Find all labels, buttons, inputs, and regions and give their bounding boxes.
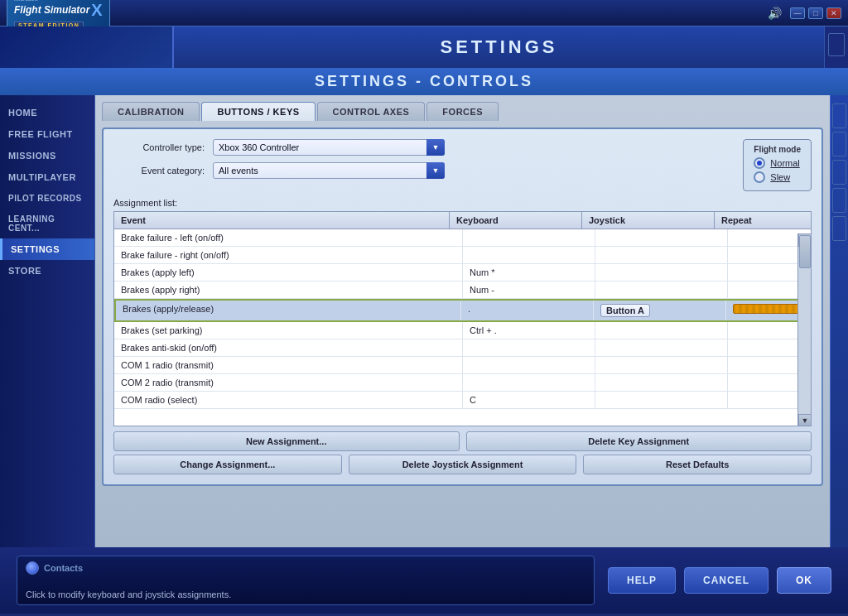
button-row-1: New Assignment... Delete Key Assignment [113,431,812,451]
right-side-decoration [830,95,848,547]
event-category-select[interactable]: All events [213,162,445,179]
cell-event: Brakes (apply/release) [116,301,461,320]
table-row[interactable]: COM 1 radio (transmit) [114,357,811,374]
table-row[interactable]: Brakes anti-skid (on/off) [114,339,811,357]
main-content: CALIBRATION BUTTONS / KEYS CONTROL AXES … [95,95,830,547]
bottom-bar: Contacts Click to modify keyboard and jo… [0,547,848,614]
cell-joystick [595,247,728,263]
right-side-buttons [824,26,848,68]
cell-event: Brakes (apply left) [114,264,463,281]
title-bar-controls: 🔊 — □ ✕ [768,7,841,20]
cell-event: COM radio (select) [114,392,463,408]
bottom-action-buttons: HELP CANCEL OK [608,567,831,594]
sidebar-item-multiplayer[interactable]: MULTIPLAYER [0,166,94,188]
maximize-button[interactable]: □ [808,7,823,19]
button-row-2: Change Assignment... Delete Joystick Ass… [113,455,812,474]
reset-defaults-button[interactable]: Reset Defaults [583,455,812,474]
cell-keyboard [463,357,595,373]
cell-joystick [595,322,728,339]
cell-joystick [595,264,728,281]
new-assignment-button[interactable]: New Assignment... [113,431,460,451]
cell-keyboard: Ctrl + . [463,322,595,339]
cell-keyboard: C [463,392,595,408]
side-deco-4 [832,188,846,213]
table-row[interactable]: Brakes (apply left) Num * [114,264,811,282]
table-body: Brake failure - left (on/off) Brake fail… [114,229,811,423]
minimize-button[interactable]: — [790,7,805,19]
sidebar-item-learning-center[interactable]: LEARNING CENT... [0,209,94,238]
table-row[interactable]: Brakes (apply/release) . Button A [114,299,811,322]
settings-panel: Controller type: Xbox 360 Controller ▼ E… [102,128,823,486]
side-btn-1 [828,33,845,56]
page-title: SETTINGS [440,36,557,58]
cell-event: Brakes (set parking) [114,322,463,339]
radio-normal[interactable] [754,157,765,169]
table-row[interactable]: Brakes (apply right) Num - [114,282,811,299]
tab-buttons-keys[interactable]: BUTTONS / KEYS [201,102,315,121]
table-scrollbar[interactable]: ▲ ▼ [797,233,811,426]
event-category-label: Event category: [113,166,205,176]
event-category-select-wrap[interactable]: All events ▼ [213,162,445,179]
delete-key-button[interactable]: Delete Key Assignment [466,431,812,451]
cell-event: COM 1 radio (transmit) [114,357,463,373]
ok-button[interactable]: OK [777,567,831,594]
table-header: Event Keyboard Joystick Repeat [114,212,811,229]
assignment-list-label: Assignment list: [113,198,812,208]
cell-joystick [595,282,728,298]
table-row[interactable]: Brake failure - left (on/off) [114,229,811,247]
sidebar-item-free-flight[interactable]: FREE FLIGHT [0,123,94,145]
cancel-button[interactable]: CANCEL [684,567,768,594]
header-keyboard: Keyboard [450,212,582,229]
tab-forces[interactable]: FORCES [426,102,499,121]
table-row[interactable]: COM radio (select) C [114,392,811,409]
cell-joystick [595,339,728,356]
tab-calibration[interactable]: CALIBRATION [102,102,200,121]
side-deco-2 [832,132,846,156]
event-category-row: Event category: All events ▼ [113,162,728,179]
flight-mode-normal[interactable]: Normal [754,157,801,169]
close-button[interactable]: ✕ [826,7,841,19]
cell-keyboard: . [461,301,594,320]
cell-keyboard [463,247,595,263]
flight-mode-box: Flight mode Normal Slew [743,139,812,191]
controller-type-row: Controller type: Xbox 360 Controller ▼ [113,139,728,156]
cell-joystick [595,374,728,391]
table-row[interactable]: Brake failure - right (on/off) [114,247,811,264]
cell-keyboard [463,229,595,246]
status-text: Click to modify keyboard and joystick as… [26,590,585,599]
flight-mode-title: Flight mode [754,145,801,154]
cell-keyboard: Num - [463,282,595,298]
controller-type-label: Controller type: [113,142,205,152]
cell-keyboard [463,339,595,356]
tabs: CALIBRATION BUTTONS / KEYS CONTROL AXES … [102,102,823,121]
tab-control-axes[interactable]: CONTROL AXES [317,102,426,121]
sidebar-item-store[interactable]: STORE [0,260,94,282]
side-deco-3 [832,160,846,185]
radio-slew[interactable] [754,171,765,183]
status-indicator [26,561,39,575]
side-deco-1 [832,103,846,128]
controller-type-select-wrap[interactable]: Xbox 360 Controller ▼ [213,139,445,156]
help-button[interactable]: HELP [608,567,676,594]
scroll-down[interactable]: ▼ [798,414,812,426]
flight-mode-slew[interactable]: Slew [754,171,801,183]
sidebar: HOME FREE FLIGHT MISSIONS MULTIPLAYER PI… [0,95,95,547]
change-assignment-button[interactable]: Change Assignment... [113,455,342,474]
cell-event: COM 2 radio (transmit) [114,374,463,391]
cell-joystick [595,357,728,373]
logo-x: X [91,2,102,18]
table-row[interactable]: Brakes (set parking) Ctrl + . [114,322,811,339]
controller-type-select[interactable]: Xbox 360 Controller [213,139,445,156]
sidebar-item-settings[interactable]: SETTINGS [0,238,94,260]
header-event: Event [114,212,450,229]
cell-joystick [595,229,728,246]
contacts-label: Contacts [44,563,83,573]
sidebar-item-missions[interactable]: MISSIONS [0,145,94,166]
scroll-thumb[interactable] [799,235,811,268]
sidebar-item-home[interactable]: HOME [0,102,94,123]
table-row[interactable]: COM 2 radio (transmit) [114,374,811,392]
delete-joystick-button[interactable]: Delete Joystick Assignment [349,455,577,474]
volume-icon: 🔊 [768,7,782,20]
header-joystick: Joystick [582,212,715,229]
sidebar-item-pilot-records[interactable]: PILOT RECORDS [0,188,94,209]
